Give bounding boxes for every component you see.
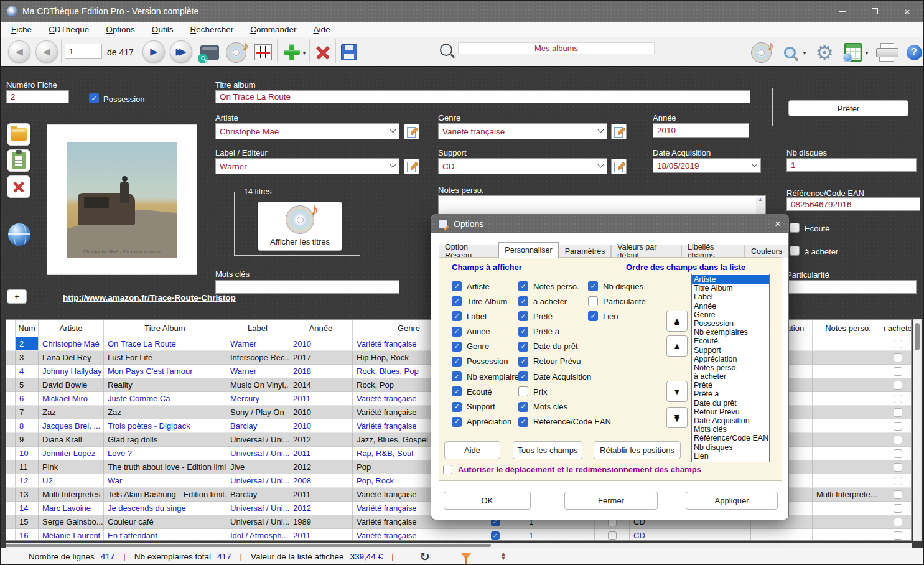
settings-button[interactable]: ⚙: [813, 42, 836, 63]
vertical-scrollbar[interactable]: [913, 319, 922, 541]
amazon-link[interactable]: http://www.amazon.fr/Trace-Route-Christo…: [63, 293, 236, 302]
checkbox[interactable]: [518, 327, 528, 337]
zoom-search-button[interactable]: [778, 42, 801, 63]
preter-button[interactable]: Prêter: [788, 100, 908, 116]
chevron-down-icon[interactable]: [390, 127, 396, 133]
a_acheter-checkbox[interactable]: [894, 353, 902, 362]
move-up-button[interactable]: ▲: [666, 335, 688, 357]
possession-checkbox[interactable]: [89, 93, 99, 103]
afficher-titres-button[interactable]: ♪ Afficher les titres: [258, 202, 342, 251]
chevron-down-icon[interactable]: [390, 162, 396, 168]
titre-album-field[interactable]: On Trace La Route: [215, 90, 750, 103]
order-list-item[interactable]: Année: [692, 302, 769, 311]
menu-item-aide[interactable]: Aide: [313, 25, 330, 34]
a_acheter-checkbox[interactable]: [894, 531, 902, 540]
checkbox[interactable]: [452, 417, 462, 427]
a_acheter-checkbox[interactable]: [894, 436, 902, 444]
ok-button[interactable]: OK: [444, 492, 531, 510]
zoom-dropdown-caret[interactable]: ▾: [803, 50, 806, 56]
checkbox[interactable]: [588, 311, 598, 321]
allow-move-checkbox[interactable]: [443, 465, 452, 474]
tab-libell-s-champs[interactable]: Libellés champs: [681, 245, 745, 258]
delete-record-button[interactable]: [312, 42, 334, 63]
a_acheter-checkbox[interactable]: [894, 504, 902, 513]
help-button[interactable]: ?: [903, 42, 924, 63]
refresh-icon[interactable]: ↻: [420, 549, 430, 564]
order-list-item[interactable]: Ecouté: [692, 337, 769, 345]
ecoute-checkbox[interactable]: [790, 223, 800, 233]
checkbox[interactable]: [452, 371, 462, 381]
menu-item-options[interactable]: Options: [106, 25, 135, 34]
artiste-combobox[interactable]: Christophe Maé: [215, 123, 399, 139]
order-list-item[interactable]: Support: [692, 346, 769, 355]
checkbox[interactable]: [518, 357, 528, 367]
artiste-edit-button[interactable]: [404, 124, 419, 139]
add-record-button[interactable]: [281, 42, 303, 63]
aide-button[interactable]: Aide: [444, 441, 500, 459]
order-list-item[interactable]: Lien: [692, 452, 769, 460]
save-record-button[interactable]: [338, 42, 360, 63]
record-number-input[interactable]: [65, 44, 102, 59]
a_acheter-checkbox[interactable]: [894, 477, 902, 485]
order-list-item[interactable]: à acheter: [692, 372, 769, 381]
order-list-item[interactable]: Prêté à: [692, 390, 769, 398]
checkbox[interactable]: [518, 296, 528, 306]
report-dropdown-caret[interactable]: ▾: [866, 50, 868, 56]
column-header-a_acheter[interactable]: à acheter: [884, 320, 912, 337]
order-list-item[interactable]: Mots clés: [692, 425, 769, 434]
sort-icon[interactable]: ▲▼: [501, 552, 506, 561]
column-header-annee[interactable]: Année: [289, 320, 353, 337]
a_acheter-checkbox[interactable]: [894, 340, 902, 348]
order-list-item[interactable]: Titre Album: [692, 284, 769, 292]
move-top-button[interactable]: ▲▲: [666, 311, 688, 332]
web-button[interactable]: [8, 223, 30, 246]
a_acheter-checkbox[interactable]: [894, 518, 902, 526]
numero-fiche-field[interactable]: 2: [6, 90, 69, 103]
a_acheter-checkbox[interactable]: [894, 367, 902, 376]
filter-funnel-icon[interactable]: [461, 553, 471, 559]
genre-combobox[interactable]: Variété française: [438, 123, 607, 139]
a_acheter-checkbox[interactable]: [894, 490, 902, 499]
report-button[interactable]: [842, 42, 864, 63]
menu-item-fiche[interactable]: Fiche: [11, 25, 32, 34]
album-cover[interactable]: Christophe Maé - On trace la route: [47, 125, 197, 274]
checkbox[interactable]: [588, 281, 598, 291]
column-header-artiste[interactable]: Artiste: [39, 320, 104, 337]
particularite-field[interactable]: [786, 280, 917, 294]
next-record-button[interactable]: ▶: [142, 40, 165, 63]
search-screen-button[interactable]: [198, 42, 221, 63]
delete-image-button[interactable]: [7, 175, 30, 198]
add-dropdown-caret[interactable]: ▾: [303, 50, 306, 56]
column-header-num[interactable]: Num: [16, 320, 39, 337]
a_acheter-checkbox[interactable]: [894, 463, 902, 472]
a_acheter-checkbox[interactable]: [894, 408, 902, 417]
table-row[interactable]: 16Mélanie LaurentEn t'attendantIdol / At…: [6, 529, 911, 541]
column-header-ind[interactable]: [6, 320, 16, 337]
a_acheter-checkbox[interactable]: [894, 422, 902, 431]
label-editeur-combobox[interactable]: Warner: [215, 158, 399, 174]
tab-couleurs[interactable]: Couleurs: [745, 245, 788, 258]
checkbox[interactable]: [452, 342, 462, 352]
menu-item-rechercher[interactable]: Rechercher: [190, 25, 233, 34]
chevron-down-icon[interactable]: [752, 161, 758, 167]
menu-item-outils[interactable]: Outils: [152, 25, 174, 34]
a_acheter-checkbox[interactable]: [894, 381, 902, 390]
ecoute-checkbox[interactable]: [608, 531, 617, 540]
column-header-titre[interactable]: Titre Album: [104, 320, 226, 337]
date-acquisition-field[interactable]: 18/05/2019: [653, 158, 761, 173]
close-button[interactable]: ×: [891, 1, 923, 22]
maximize-button[interactable]: [859, 1, 891, 22]
minimize-button[interactable]: [826, 1, 859, 22]
tab-option-r-seau[interactable]: Option Réseau: [439, 245, 498, 258]
checkbox[interactable]: [518, 417, 528, 427]
paste-button[interactable]: [7, 149, 30, 172]
order-list-item[interactable]: Genre: [692, 311, 769, 319]
annee-field[interactable]: 2010: [653, 123, 749, 138]
nb-disques-field[interactable]: 1: [786, 158, 917, 172]
dialog-close-icon[interactable]: ×: [775, 218, 781, 230]
checkbox[interactable]: [518, 386, 528, 396]
support-combobox[interactable]: CD: [438, 158, 607, 174]
order-list-item[interactable]: Date du prêt: [692, 399, 769, 408]
scrollbar-thumb[interactable]: [6, 544, 491, 547]
tab-param-tres[interactable]: Paramètres: [559, 245, 612, 258]
